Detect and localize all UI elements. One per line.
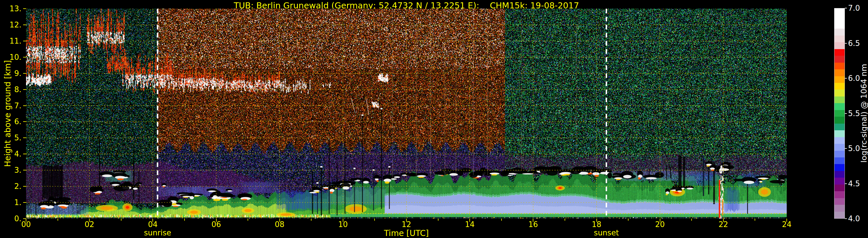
x-tick-mark <box>723 219 724 222</box>
colorbar-segment <box>834 124 844 130</box>
y-tick-mark <box>23 170 26 170</box>
y-tick-mark <box>23 89 26 90</box>
x-tick-mark <box>374 219 375 221</box>
y-tick-label: 12. <box>0 20 22 30</box>
x-tick-mark <box>565 219 565 221</box>
x-tick-mark <box>311 219 311 221</box>
colorbar-segment <box>834 178 844 184</box>
colorbar-segment <box>834 144 844 150</box>
colorbar-segment <box>834 97 844 103</box>
colorbar-segment <box>834 36 844 42</box>
x-tick-mark <box>501 219 502 221</box>
colorbar-segment <box>834 191 844 198</box>
colorbar-segment <box>834 130 844 137</box>
colorbar-tick-mark <box>845 183 847 184</box>
heatmap-canvas <box>26 9 787 219</box>
x-tick-mark <box>660 219 660 222</box>
colorbar-segment <box>834 212 844 218</box>
x-tick-mark <box>786 219 787 222</box>
y-tick-label: 8. <box>0 85 22 94</box>
colorbar-tick-label: 4.5 <box>848 179 860 188</box>
colorbar-segment <box>834 83 844 90</box>
x-tick-mark <box>121 219 122 221</box>
y-tick-mark <box>23 57 26 58</box>
colorbar-segment <box>834 103 844 110</box>
x-tick-mark <box>152 219 153 222</box>
x-tick-mark <box>469 219 470 222</box>
y-tick-mark <box>23 121 26 122</box>
x-tick-mark <box>58 219 58 221</box>
colorbar-segment <box>834 8 844 15</box>
colorbar-tick-label: 6.5 <box>848 39 860 48</box>
y-tick-label: 0. <box>0 214 22 223</box>
colorbar-segment <box>834 63 844 69</box>
colorbar-segment <box>834 137 844 144</box>
y-tick-label: 5. <box>0 133 22 142</box>
x-tick-mark <box>248 219 248 221</box>
colorbar-segment <box>834 198 844 205</box>
colorbar-segment <box>834 184 844 191</box>
colorbar-segment <box>834 22 844 29</box>
y-tick-mark <box>23 8 26 9</box>
y-tick-label: 7. <box>0 101 22 110</box>
colorbar-tick-label: 7.0 <box>848 4 860 12</box>
y-tick-mark <box>23 202 26 203</box>
colorbar-segment <box>834 110 844 117</box>
x-axis-label: Time [UTC] <box>363 229 450 238</box>
colorbar-tick-mark <box>845 78 847 78</box>
y-tick-label: 2. <box>0 182 22 191</box>
colorbar-segment <box>834 117 844 123</box>
colorbar-tick-label: 4.0 <box>848 214 860 223</box>
sunset-annotation: sunset <box>575 229 638 237</box>
x-tick-mark <box>26 219 26 222</box>
y-tick-mark <box>23 73 26 74</box>
x-tick-mark <box>628 219 628 221</box>
colorbar-tick-mark <box>845 148 847 149</box>
colorbar <box>834 8 845 219</box>
colorbar-tick-mark <box>845 113 847 114</box>
y-tick-label: 9. <box>0 69 22 78</box>
colorbar-segment <box>834 171 844 178</box>
y-tick-label: 6. <box>0 117 22 126</box>
colorbar-label: log(rc-signal) @ 1064 nm <box>859 64 868 163</box>
y-tick-mark <box>23 186 26 186</box>
colorbar-segment <box>834 69 844 76</box>
x-tick-mark <box>279 219 280 222</box>
x-tick-mark <box>691 219 692 221</box>
y-tick-mark <box>23 154 26 154</box>
x-tick-mark <box>755 219 755 221</box>
colorbar-segment <box>834 29 844 35</box>
colorbar-tick-label: 5.5 <box>848 109 860 118</box>
y-tick-label: 11. <box>0 36 22 46</box>
x-tick-mark <box>216 219 217 222</box>
colorbar-segment <box>834 164 844 171</box>
colorbar-segment <box>834 49 844 56</box>
sunrise-annotation: sunrise <box>126 229 189 237</box>
x-tick-mark <box>596 219 597 222</box>
figure-root: TUB: Berlin Grunewald (Germany; 52.4732 … <box>0 0 868 238</box>
colorbar-tick-label: 6.0 <box>848 74 860 82</box>
x-tick-mark <box>89 219 90 222</box>
x-tick-mark <box>438 219 438 221</box>
colorbar-tick-label: 5.0 <box>848 144 860 153</box>
colorbar-tick-mark <box>845 218 847 219</box>
y-tick-mark <box>23 218 26 219</box>
colorbar-segment <box>834 151 844 158</box>
y-tick-mark <box>23 105 26 106</box>
y-tick-label: 10. <box>0 53 22 62</box>
x-tick-mark <box>406 219 407 222</box>
y-tick-label: 4. <box>0 149 22 159</box>
y-tick-label: 1. <box>0 198 22 207</box>
y-tick-mark <box>23 41 26 41</box>
colorbar-segment <box>834 56 844 62</box>
colorbar-tick-mark <box>845 8 847 8</box>
colorbar-segment <box>834 42 844 49</box>
x-tick-mark <box>184 219 185 221</box>
colorbar-segment <box>834 205 844 211</box>
x-tick-mark <box>343 219 343 222</box>
colorbar-segment <box>834 15 844 22</box>
colorbar-segment <box>834 90 844 96</box>
y-tick-mark <box>23 137 26 138</box>
colorbar-tick-mark <box>845 43 847 44</box>
colorbar-segment <box>834 76 844 83</box>
